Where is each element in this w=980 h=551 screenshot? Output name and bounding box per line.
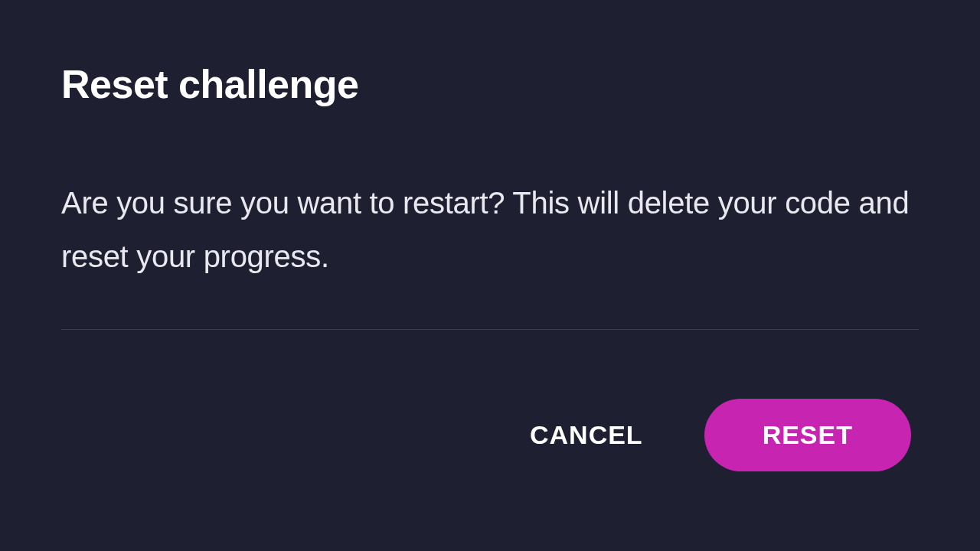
dialog-actions: CANCEL RESET xyxy=(61,399,919,471)
dialog-divider xyxy=(61,329,919,330)
reset-challenge-dialog: Reset challenge Are you sure you want to… xyxy=(0,0,980,551)
dialog-message: Are you sure you want to restart? This w… xyxy=(61,176,919,283)
reset-button[interactable]: RESET xyxy=(704,399,911,471)
cancel-button[interactable]: CANCEL xyxy=(507,405,666,465)
dialog-title: Reset challenge xyxy=(61,61,919,107)
